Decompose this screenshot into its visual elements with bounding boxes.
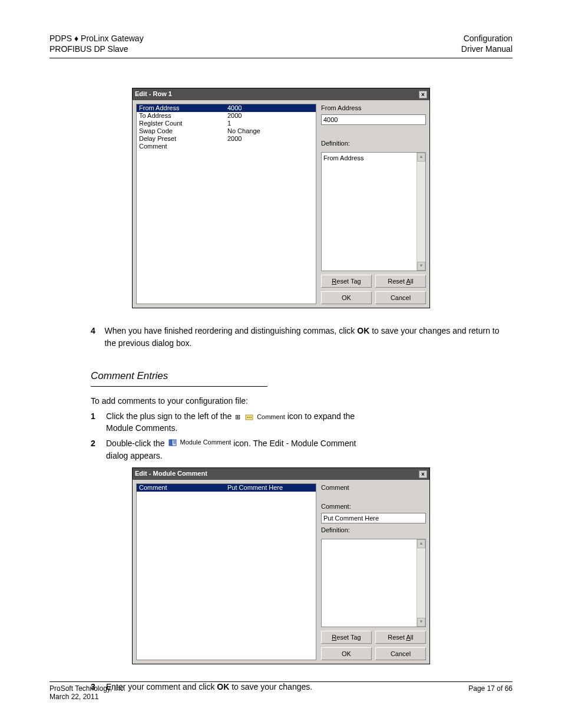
edit-module-comment-dialog: Edit - Module Comment × Comment Put Comm…: [132, 467, 430, 664]
list-item-value: 2000: [227, 112, 242, 120]
scrollbar[interactable]: ▲ ▼: [416, 153, 425, 271]
field-label: From Address: [321, 104, 426, 113]
reset-tag-button[interactable]: Reset Tag: [321, 631, 372, 644]
definition-text: From Address: [323, 154, 363, 162]
expand-plus-icon: ⊞: [235, 413, 240, 422]
scrollbar[interactable]: ▲ ▼: [416, 539, 425, 627]
svg-point-2: [249, 417, 250, 418]
list-item[interactable]: Delay Preset 2000: [137, 135, 316, 143]
step-number: 1: [91, 410, 100, 434]
svg-point-3: [250, 417, 252, 418]
footer-date: March 22, 2011: [49, 693, 125, 701]
dialog-titlebar: Edit - Row 1 ×: [133, 88, 429, 100]
header-left: PDPS ♦ ProLinx Gateway PROFIBUS DP Slave: [49, 33, 144, 54]
step-text: Double-click the Module Comment icon. Th…: [106, 437, 356, 462]
close-icon[interactable]: ×: [419, 91, 427, 98]
section-intro: To add comments to your configuration fi…: [91, 395, 513, 407]
dialog-titlebar: Edit - Module Comment ×: [133, 468, 429, 480]
list-item-key: Delay Preset: [139, 135, 227, 143]
field-value-input[interactable]: [321, 114, 426, 125]
footer-rule: [49, 681, 513, 682]
svg-point-1: [247, 417, 248, 418]
list-item[interactable]: Comment: [137, 143, 316, 150]
definition-box: From Address ▲ ▼: [321, 152, 426, 271]
comment-label: Comment:: [321, 502, 426, 512]
header-rule: [49, 58, 513, 58]
list-item[interactable]: From Address 4000: [137, 104, 316, 112]
definition-label: Definition:: [321, 526, 426, 535]
list-item-value: 1: [227, 120, 231, 127]
list-item[interactable]: Register Count 1: [137, 120, 316, 127]
ok-button[interactable]: OK: [321, 291, 372, 304]
reset-all-button[interactable]: Reset All: [375, 631, 426, 644]
header-subproduct: PROFIBUS DP Slave: [49, 44, 144, 54]
cancel-button[interactable]: Cancel: [375, 291, 426, 304]
close-icon[interactable]: ×: [419, 470, 427, 478]
list-item-value: No Change: [227, 127, 260, 135]
list-item-value: 2000: [227, 135, 242, 143]
reset-tag-button[interactable]: Reset Tag: [321, 275, 372, 288]
header-right: Configuration Driver Manual: [461, 33, 513, 54]
list-item-key: Comment: [139, 143, 227, 150]
list-item-key: To Address: [139, 112, 227, 120]
step-text: When you have finished reordering and di…: [104, 325, 513, 349]
step-number: 2: [91, 437, 100, 462]
reset-all-button[interactable]: Reset All: [375, 275, 426, 288]
tree-node-label: Module Comment: [180, 438, 232, 447]
scroll-down-icon[interactable]: ▼: [417, 262, 425, 271]
list-item-key: Register Count: [139, 120, 227, 127]
module-comment-tree-icon: [168, 439, 177, 446]
scroll-up-icon[interactable]: ▲: [417, 539, 425, 548]
field-label: Comment: [321, 483, 426, 493]
footer-company: ProSoft Technology, Inc.: [49, 684, 125, 693]
edit-row-dialog: Edit - Row 1 × From Address 4000 To Addr…: [132, 88, 430, 308]
scroll-up-icon[interactable]: ▲: [417, 153, 425, 162]
tree-node-label: Comment: [257, 413, 285, 422]
definition-label: Definition:: [321, 139, 426, 149]
list-item[interactable]: Comment Put Comment Here: [137, 484, 316, 492]
list-item-value: Put Comment Here: [227, 484, 283, 492]
section-underline: [91, 386, 267, 387]
step-number: 4: [91, 325, 98, 349]
svg-rect-4: [169, 440, 172, 446]
page-footer: ProSoft Technology, Inc. March 22, 2011 …: [49, 681, 513, 701]
comment-input[interactable]: [321, 513, 426, 523]
comment-tree-icon: [245, 414, 253, 421]
footer-page-number: Page 17 of 66: [468, 684, 513, 701]
list-item[interactable]: To Address 2000: [137, 112, 316, 120]
list-item-key: From Address: [139, 104, 227, 112]
section-title: Comment Entries: [91, 369, 513, 384]
cancel-button[interactable]: Cancel: [375, 647, 426, 660]
property-list[interactable]: From Address 4000 To Address 2000 Regist…: [136, 104, 316, 304]
header-product: PDPS ♦ ProLinx Gateway: [49, 33, 144, 44]
step-text: Click the plus sign to the left of the ⊞…: [106, 410, 355, 434]
scroll-down-icon[interactable]: ▼: [417, 618, 425, 627]
ok-button[interactable]: OK: [321, 647, 372, 660]
list-item-value: 4000: [227, 104, 242, 112]
header-doc-type: Driver Manual: [461, 44, 513, 54]
list-item-key: Swap Code: [139, 127, 227, 135]
property-list[interactable]: Comment Put Comment Here: [136, 483, 316, 660]
header-section: Configuration: [461, 33, 513, 44]
definition-box: ▲ ▼: [321, 539, 426, 627]
dialog-title: Edit - Row 1: [135, 90, 172, 99]
dialog-title: Edit - Module Comment: [135, 469, 207, 479]
list-item[interactable]: Swap Code No Change: [137, 127, 316, 135]
list-item-key: Comment: [139, 484, 227, 492]
